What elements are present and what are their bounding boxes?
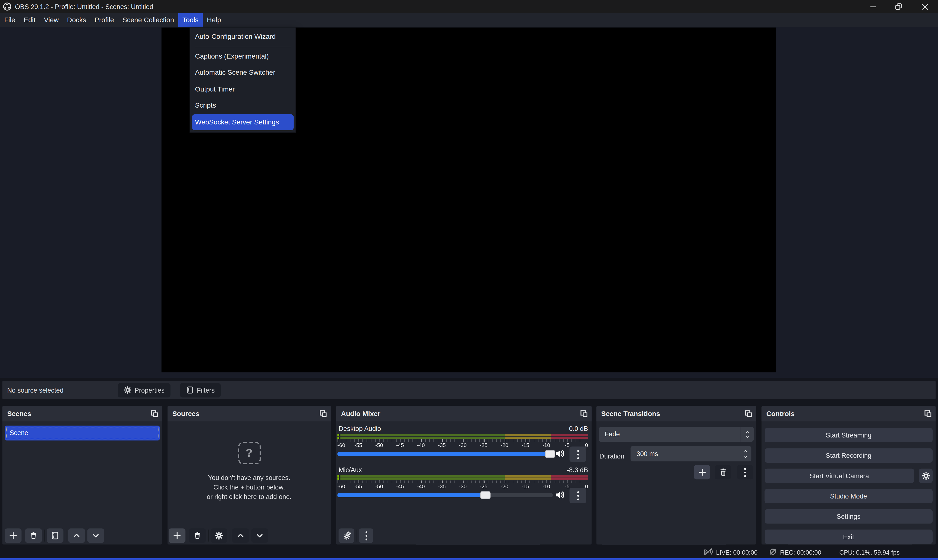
menu-item-output-timer[interactable]: Output Timer bbox=[190, 81, 296, 97]
menu-profile[interactable]: Profile bbox=[90, 13, 118, 27]
desktop-audio-db: 0.0 dB bbox=[569, 425, 588, 432]
menu-tools[interactable]: Tools bbox=[178, 13, 203, 27]
remove-scene-button[interactable] bbox=[25, 528, 42, 543]
transition-selected-value: Fade bbox=[605, 431, 620, 437]
desktop-audio-mute-button[interactable] bbox=[555, 449, 564, 459]
popout-icon[interactable] bbox=[580, 410, 587, 418]
preview-area bbox=[0, 27, 938, 378]
settings-button[interactable]: Settings bbox=[765, 509, 933, 524]
spinbox-arrows-icon[interactable] bbox=[742, 446, 748, 462]
properties-label: Properties bbox=[134, 386, 165, 394]
gear-icon bbox=[124, 386, 132, 394]
audio-mixer-body: Desktop Audio 0.0 dB -60-55-50-45-40-35-… bbox=[336, 422, 592, 545]
popout-icon[interactable] bbox=[151, 410, 158, 418]
move-scene-up-button[interactable] bbox=[68, 528, 85, 543]
sources-list[interactable]: ? You don't have any sources. Click the … bbox=[168, 422, 331, 545]
meter-ticks bbox=[338, 480, 588, 483]
desktop-audio-options-button[interactable] bbox=[569, 446, 586, 462]
transition-options-button[interactable] bbox=[737, 465, 753, 480]
remove-transition-button[interactable] bbox=[715, 465, 731, 480]
controls-panel: Controls Start Streaming Start Recording… bbox=[761, 406, 936, 545]
filter-icon bbox=[186, 386, 194, 394]
mic-aux-mute-button[interactable] bbox=[555, 491, 564, 500]
menu-help[interactable]: Help bbox=[203, 13, 225, 27]
popout-icon[interactable] bbox=[924, 410, 932, 418]
add-transition-button[interactable] bbox=[694, 465, 710, 480]
controls-panel-header: Controls bbox=[761, 406, 936, 422]
menu-scene-collection[interactable]: Scene Collection bbox=[118, 13, 178, 27]
cpu-fps-stats: CPU: 0.1%, 59.94 fps bbox=[839, 549, 899, 556]
slider-handle[interactable] bbox=[480, 491, 491, 499]
toolbar-divider bbox=[230, 529, 230, 542]
menu-edit[interactable]: Edit bbox=[20, 13, 40, 27]
start-virtual-camera-button[interactable]: Start Virtual Camera bbox=[765, 469, 914, 483]
virtual-camera-settings-button[interactable] bbox=[919, 469, 933, 483]
desktop-audio-label: Desktop Audio bbox=[338, 425, 381, 432]
speaker-icon bbox=[555, 449, 564, 458]
slider-handle[interactable] bbox=[545, 450, 555, 457]
meter-bar bbox=[338, 434, 588, 436]
filters-button[interactable]: Filters bbox=[180, 383, 221, 397]
controls-panel-title: Controls bbox=[766, 410, 795, 417]
live-timer: LIVE: 00:00:00 bbox=[716, 549, 757, 556]
source-properties-button[interactable] bbox=[210, 528, 227, 543]
mic-aux-volume-slider[interactable] bbox=[338, 493, 553, 497]
toolbar-divider bbox=[208, 529, 208, 542]
exit-button[interactable]: Exit bbox=[765, 529, 933, 544]
meter-scale-labels: -60-55-50-45-40-35-30-25-20-15-10-50 bbox=[338, 484, 588, 489]
double-gear-icon bbox=[342, 531, 351, 540]
audio-mixer-panel: Audio Mixer Desktop Audio 0.0 dB -60-55-… bbox=[336, 406, 592, 545]
desktop-audio-meter: -60-55-50-45-40-35-30-25-20-15-10-50 bbox=[338, 434, 588, 448]
meter-bar bbox=[338, 478, 588, 480]
move-source-down-button[interactable] bbox=[251, 528, 268, 543]
meter-bar bbox=[338, 437, 588, 439]
duration-spinbox[interactable]: 300 ms bbox=[631, 446, 751, 462]
kebab-icon bbox=[365, 531, 367, 540]
popout-icon[interactable] bbox=[319, 410, 327, 418]
menu-item-scripts[interactable]: Scripts bbox=[190, 97, 296, 114]
menu-file[interactable]: File bbox=[0, 13, 20, 27]
start-streaming-button[interactable]: Start Streaming bbox=[765, 428, 933, 442]
start-recording-button[interactable]: Start Recording bbox=[765, 448, 933, 463]
menu-item-auto-configuration-wizard[interactable]: Auto-Configuration Wizard bbox=[190, 29, 296, 45]
move-scene-down-button[interactable] bbox=[88, 528, 104, 543]
advanced-audio-properties-button[interactable] bbox=[338, 528, 354, 543]
scenes-panel-title: Scenes bbox=[7, 410, 31, 417]
mic-aux-options-button[interactable] bbox=[569, 488, 586, 503]
add-source-button[interactable] bbox=[169, 528, 185, 543]
plus-icon bbox=[698, 468, 706, 476]
chevron-down-icon bbox=[255, 531, 264, 540]
menu-view[interactable]: View bbox=[40, 13, 63, 27]
desktop-audio-volume-slider[interactable] bbox=[338, 452, 553, 456]
meter-ticks bbox=[338, 439, 588, 442]
trash-icon bbox=[193, 531, 202, 540]
sources-panel: Sources ? You don't have any sources. Cl… bbox=[168, 406, 331, 545]
sources-panel-header: Sources bbox=[168, 406, 331, 422]
transition-select[interactable]: Fade bbox=[599, 427, 754, 442]
combo-arrows-icon[interactable] bbox=[741, 427, 754, 442]
remove-source-button[interactable] bbox=[189, 528, 206, 543]
chevron-up-icon bbox=[236, 531, 245, 540]
question-mark-icon: ? bbox=[238, 442, 261, 465]
menu-item-captions[interactable]: Captions (Experimental) bbox=[190, 48, 296, 65]
add-scene-button[interactable] bbox=[5, 528, 22, 543]
duration-label: Duration bbox=[600, 452, 625, 460]
menu-item-automatic-scene-switcher[interactable]: Automatic Scene Switcher bbox=[190, 65, 296, 81]
scene-list-item[interactable]: Scene bbox=[5, 426, 160, 440]
scene-filters-button[interactable] bbox=[47, 528, 63, 543]
toolbar-divider bbox=[356, 529, 357, 542]
filters-label: Filters bbox=[197, 386, 214, 394]
source-status-text: No source selected bbox=[7, 386, 63, 394]
popout-icon[interactable] bbox=[745, 410, 752, 418]
minimize-button[interactable] bbox=[862, 0, 883, 13]
source-toolbar: No source selected Properties Filters bbox=[2, 381, 936, 399]
move-source-up-button[interactable] bbox=[232, 528, 249, 543]
mixer-options-button[interactable] bbox=[359, 528, 373, 543]
menu-docks[interactable]: Docks bbox=[63, 13, 90, 27]
properties-button[interactable]: Properties bbox=[118, 383, 171, 397]
menu-item-websocket-server-settings[interactable]: WebSocket Server Settings bbox=[192, 114, 293, 130]
close-button[interactable] bbox=[915, 0, 935, 13]
mic-aux-label: Mic/Aux bbox=[338, 466, 362, 473]
studio-mode-button[interactable]: Studio Mode bbox=[765, 489, 933, 503]
restore-button[interactable] bbox=[889, 0, 909, 13]
